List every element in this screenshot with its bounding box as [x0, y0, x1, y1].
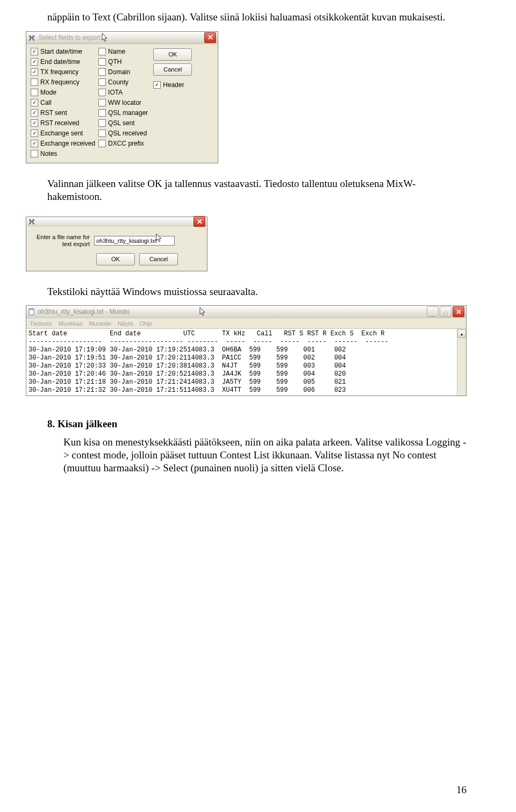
checkbox-icon: ✓	[31, 99, 38, 106]
checkbox-label: County	[108, 78, 128, 86]
menu-item[interactable]: Muotoile	[89, 320, 111, 327]
checkbox-label: Name	[108, 48, 125, 55]
checkbox-icon	[31, 78, 38, 86]
section-8-body: Kun kisa on menestyksekkäästi päätökseen…	[63, 436, 469, 474]
field-checkbox[interactable]: QSL manager	[98, 109, 148, 118]
checkbox-icon	[98, 89, 106, 96]
checkbox-label: Mode	[40, 89, 56, 96]
field-checkbox[interactable]: ✓Call	[31, 98, 95, 107]
notepad-menu: TiedostoMuokkaaMuotoileNäytäOhje	[26, 318, 466, 329]
menu-item[interactable]: Muokkaa	[59, 320, 83, 327]
checkbox-label: RX frequency	[40, 78, 80, 86]
menu-item[interactable]: Ohje	[140, 320, 152, 327]
field-checkbox[interactable]: ✓RST received	[31, 119, 95, 128]
field-checkbox[interactable]: RX frequency	[31, 78, 95, 87]
field-checkbox[interactable]: Mode	[31, 88, 95, 97]
field-checkbox[interactable]: ✓RST sent	[31, 109, 95, 118]
ok-button[interactable]: OK	[153, 48, 192, 61]
svg-point-3	[33, 220, 34, 221]
field-checkbox[interactable]: Domain	[98, 68, 148, 77]
scrollbar[interactable]: ▴	[457, 329, 466, 396]
checkbox-label: IOTA	[108, 89, 123, 96]
field-checkbox[interactable]: ✓End date/time	[31, 58, 95, 67]
checkbox-icon: ✓	[31, 140, 38, 147]
menu-item[interactable]: Tiedosto	[30, 320, 52, 327]
checkbox-label: WW locator	[108, 99, 141, 106]
close-button[interactable]: ✕	[194, 216, 205, 227]
checkbox-icon: ✓	[31, 68, 38, 76]
checkbox-label: Exchange sent	[40, 130, 83, 137]
checkbox-label: Exchange received	[40, 140, 95, 147]
menu-item[interactable]: Näytä	[118, 320, 133, 327]
ok-button[interactable]: OK	[96, 253, 135, 265]
field-checkbox[interactable]: QTH	[98, 58, 148, 67]
checkbox-label: RST received	[40, 119, 79, 127]
checkbox-label: QTH	[108, 58, 121, 66]
checkbox-icon	[98, 48, 106, 55]
field-checkbox[interactable]: ✓Start date/time	[31, 47, 95, 56]
checkbox-icon: ✓	[31, 109, 38, 117]
checkbox-icon: ✓	[31, 119, 38, 127]
right-column: OK Cancel ✓ Header	[151, 47, 192, 159]
checkbox-label: DXCC prefix	[108, 140, 144, 147]
checkbox-label: Call	[40, 99, 52, 106]
field-checkbox[interactable]: ✓Exchange sent	[31, 129, 95, 138]
field-checkbox[interactable]: WW locator	[98, 98, 148, 107]
section-8-heading: 8. Kisan jälkeen	[47, 418, 469, 430]
header-checkbox[interactable]: ✓ Header	[153, 81, 192, 90]
notepad-content: Start date End date UTC TX kHz Call RST …	[26, 329, 466, 396]
field-checkbox[interactable]: Notes	[31, 149, 95, 159]
field-checkbox[interactable]: ✓Exchange received	[31, 139, 95, 148]
scroll-up-icon[interactable]: ▴	[457, 329, 466, 338]
field-checkbox[interactable]: County	[98, 78, 148, 87]
checkbox-icon	[98, 68, 106, 76]
filename-input[interactable]: oh3htu_rtty_kisalogi.txt	[94, 236, 175, 246]
checkbox-icon: ✓	[31, 130, 38, 137]
field-checkbox[interactable]: QSL sent	[98, 119, 148, 128]
checkbox-label: Header	[163, 81, 184, 89]
dialog-title: Select fields to export	[39, 34, 101, 41]
left-column: ✓Start date/time✓End date/time✓TX freque…	[31, 47, 95, 159]
field-checkbox[interactable]: ✓TX frequency	[31, 68, 95, 77]
close-button[interactable]: ✕	[204, 32, 216, 43]
checkbox-label: End date/time	[40, 58, 80, 66]
field-checkbox[interactable]: IOTA	[98, 88, 148, 97]
checkbox-icon	[31, 150, 38, 157]
checkbox-icon	[98, 109, 106, 117]
minimize-button[interactable]: _	[427, 306, 439, 317]
checkbox-icon: ✓	[31, 48, 38, 55]
svg-point-2	[30, 220, 31, 221]
notepad-title: oh3htu_rtty_kisalogi.txt - Muistio	[38, 308, 130, 315]
svg-rect-5	[29, 308, 34, 310]
cancel-button[interactable]: Cancel	[153, 63, 192, 76]
checkbox-icon: ✓	[31, 58, 38, 66]
filename-label: Enter a file name for text export	[32, 234, 90, 247]
field-checkbox[interactable]: Name	[98, 47, 148, 56]
close-button[interactable]: ✕	[453, 306, 464, 317]
middle-column: NameQTHDomainCountyIOTAWW locatorQSL man…	[98, 47, 148, 159]
intro-paragraph: näppäin to Text (Cabrillon sijaan). Vali…	[47, 11, 469, 24]
checkbox-label: QSL sent	[108, 119, 135, 127]
svg-point-0	[30, 36, 31, 37]
checkbox-icon	[98, 58, 106, 66]
export-fields-dialog: Select fields to export ✕ ✓Start date/ti…	[26, 31, 218, 163]
checkbox-icon	[98, 119, 106, 127]
checkbox-icon	[98, 99, 106, 106]
filename-value: oh3htu_rtty_kisalogi.txt	[96, 238, 157, 244]
cancel-button[interactable]: Cancel	[139, 253, 178, 265]
maximize-button[interactable]: □	[440, 306, 452, 317]
checkbox-label: QSL received	[108, 130, 147, 137]
field-checkbox[interactable]: QSL received	[98, 129, 148, 138]
field-checkbox[interactable]: DXCC prefix	[98, 139, 148, 148]
cursor-icon	[102, 33, 108, 42]
checkbox-icon	[98, 130, 106, 137]
checkbox-label: QSL manager	[108, 109, 148, 117]
dialog-titlebar: Select fields to export ✕	[26, 32, 218, 44]
page-number: 16	[456, 784, 467, 796]
checkbox-label: TX frequency	[40, 68, 78, 76]
checkbox-label: Notes	[40, 150, 57, 157]
cursor-icon	[199, 307, 206, 317]
notepad-titlebar: oh3htu_rtty_kisalogi.txt - Muistio _ □ ✕	[26, 306, 466, 318]
checkbox-icon: ✓	[153, 81, 161, 89]
checkbox-label: Start date/time	[40, 48, 82, 55]
